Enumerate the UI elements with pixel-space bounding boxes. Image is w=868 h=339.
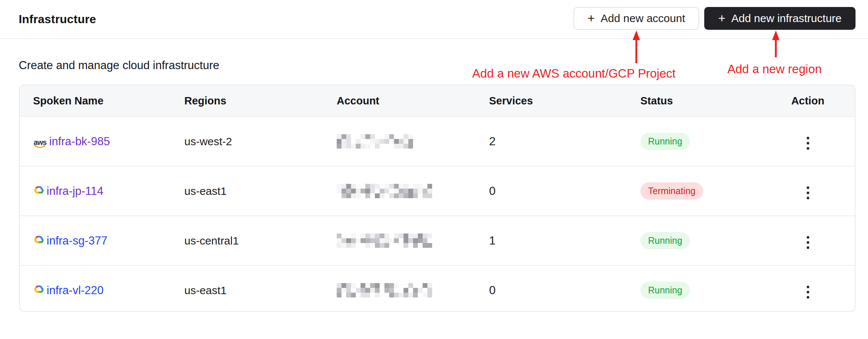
gcp-icon xyxy=(33,235,44,245)
gcp-icon xyxy=(33,185,44,195)
services-count-cell: 2 xyxy=(476,117,627,166)
row-actions-kebab-button[interactable] xyxy=(802,282,814,302)
spoken-name-cell: infra-sg-377 xyxy=(20,216,171,265)
kebab-dot xyxy=(807,142,809,144)
add-account-label: Add new account xyxy=(601,12,685,25)
col-header-action: Action xyxy=(781,85,855,117)
kebab-dot xyxy=(807,186,809,189)
status-badge: Terminating xyxy=(640,182,703,200)
account-redacted-blur xyxy=(337,283,432,297)
status-badge: Running xyxy=(640,133,690,150)
spoken-name-cell: aws infra-bk-985 xyxy=(20,117,171,166)
aws-icon: aws xyxy=(33,139,47,148)
annotation-add-region-note: Add a new region xyxy=(727,62,822,76)
table-row: aws infra-bk-985 us-west-2 2 Running xyxy=(20,117,855,166)
infra-name-label: infra-jp-114 xyxy=(47,185,104,198)
status-cell: Running xyxy=(627,117,781,166)
kebab-dot xyxy=(807,147,809,150)
provider-icon-slot: aws xyxy=(33,135,47,148)
infra-name-link[interactable]: infra-jp-114 xyxy=(33,185,104,198)
gcp-icon xyxy=(33,284,44,294)
provider-icon-slot xyxy=(33,185,44,198)
kebab-dot xyxy=(807,236,809,239)
account-cell xyxy=(323,265,476,312)
col-header-regions: Regions xyxy=(171,85,323,117)
page-subtitle: Create and manage cloud infrastructure xyxy=(19,59,219,72)
col-header-spoken-name: Spoken Name xyxy=(20,85,171,117)
kebab-dot xyxy=(807,286,809,288)
infrastructure-page: Infrastructure + Add new account + Add n… xyxy=(0,0,868,339)
table-row: infra-sg-377 us-central1 1 Running xyxy=(20,216,855,265)
row-actions-kebab-button[interactable] xyxy=(802,232,814,253)
top-bar-actions: + Add new account + Add new infrastructu… xyxy=(574,7,856,30)
status-cell: Terminating xyxy=(627,166,781,216)
table-row: infra-jp-114 us-east1 0 Terminating xyxy=(20,166,855,216)
status-cell: Running xyxy=(627,216,781,265)
action-cell xyxy=(781,166,855,216)
annotation-arrow-up-icon xyxy=(630,30,642,65)
top-bar: Infrastructure + Add new account + Add n… xyxy=(0,0,868,39)
add-infrastructure-label: Add new infrastructure xyxy=(731,12,842,25)
infrastructure-table-card: Spoken Name Regions Account Services Sta… xyxy=(19,85,856,312)
kebab-dot xyxy=(807,296,809,299)
col-header-status: Status xyxy=(627,85,781,117)
account-redacted-blur xyxy=(337,184,432,198)
col-header-services: Services xyxy=(476,85,627,117)
infra-name-label: infra-bk-985 xyxy=(49,135,110,148)
account-redacted-blur xyxy=(337,233,432,248)
infra-name-link[interactable]: infra-vl-220 xyxy=(33,284,104,297)
infra-name-link[interactable]: infra-sg-377 xyxy=(33,234,107,247)
kebab-dot xyxy=(807,246,809,249)
spoken-name-cell: infra-jp-114 xyxy=(20,166,171,216)
kebab-dot xyxy=(807,197,809,199)
services-count-cell: 1 xyxy=(476,216,627,265)
page-title: Infrastructure xyxy=(19,13,96,26)
account-redacted-blur xyxy=(337,134,413,149)
action-cell xyxy=(781,216,855,265)
infra-name-label: infra-sg-377 xyxy=(47,234,107,247)
region-cell: us-east1 xyxy=(171,166,323,216)
infra-name-link[interactable]: aws infra-bk-985 xyxy=(33,135,110,148)
table-row: infra-vl-220 us-east1 0 Running xyxy=(20,265,855,312)
kebab-dot xyxy=(807,291,809,293)
action-cell xyxy=(781,117,855,166)
region-cell: us-east1 xyxy=(171,265,323,312)
infrastructure-table-body: aws infra-bk-985 us-west-2 2 Running inf… xyxy=(20,117,855,312)
account-cell xyxy=(323,216,476,265)
account-cell xyxy=(323,117,476,166)
region-cell: us-west-2 xyxy=(171,117,323,166)
spoken-name-cell: infra-vl-220 xyxy=(20,265,171,312)
action-cell xyxy=(781,265,855,312)
infra-name-label: infra-vl-220 xyxy=(47,284,104,297)
kebab-dot xyxy=(807,137,809,139)
plus-icon: + xyxy=(718,12,726,24)
kebab-dot xyxy=(807,241,809,244)
region-cell: us-central1 xyxy=(171,216,323,265)
col-header-account: Account xyxy=(323,85,476,117)
add-infrastructure-button[interactable]: + Add new infrastructure xyxy=(704,7,856,30)
row-actions-kebab-button[interactable] xyxy=(802,133,814,153)
status-badge: Running xyxy=(640,282,690,299)
account-cell xyxy=(323,166,476,216)
annotation-add-account-note: Add a new AWS account/GCP Project xyxy=(472,67,676,81)
status-cell: Running xyxy=(627,265,781,312)
provider-icon-slot xyxy=(33,234,44,247)
kebab-dot xyxy=(807,192,809,194)
add-account-button[interactable]: + Add new account xyxy=(574,7,699,30)
services-count-cell: 0 xyxy=(476,166,627,216)
provider-icon-slot xyxy=(33,284,44,297)
row-actions-kebab-button[interactable] xyxy=(802,183,814,203)
services-count-cell: 0 xyxy=(476,265,627,312)
infrastructure-table: Spoken Name Regions Account Services Sta… xyxy=(20,85,855,312)
status-badge: Running xyxy=(640,232,690,250)
table-header-row: Spoken Name Regions Account Services Sta… xyxy=(20,85,855,117)
plus-icon: + xyxy=(587,12,595,24)
annotation-arrow-up-icon xyxy=(770,30,782,59)
